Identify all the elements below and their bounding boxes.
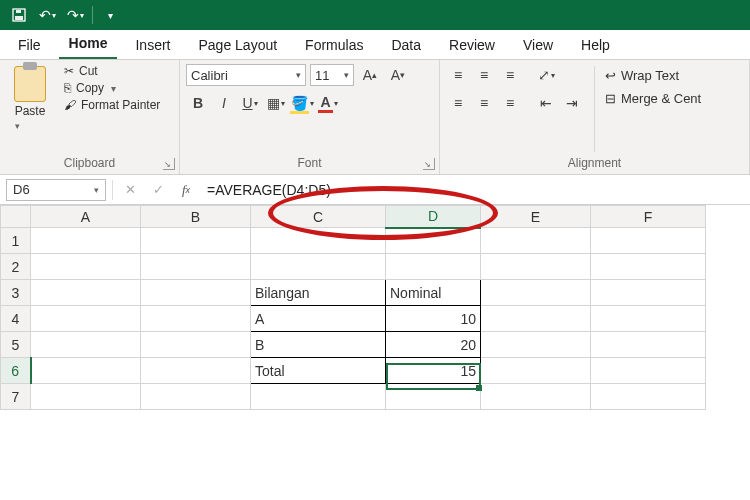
wrap-text-icon: ↩ xyxy=(605,68,616,83)
quick-access-toolbar: ↶▾ ↷▾ ▾ xyxy=(0,0,750,30)
ribbon-group-font: Calibri▾ 11▾ A▴ A▾ B I U▾ ▦▾ 🪣▾ A▾ Font xyxy=(180,60,440,174)
cut-icon: ✂ xyxy=(64,64,74,78)
cell-selected[interactable]: 15 xyxy=(386,358,481,384)
cell[interactable]: A xyxy=(251,306,386,332)
wrap-text-button[interactable]: ↩Wrap Text xyxy=(605,68,701,83)
ribbon-group-alignment: ≡ ≡ ≡ ⤢▾ ≡ ≡ ≡ ⇤ ⇥ ↩Wrap Text ⊟Mer xyxy=(440,60,750,174)
row-header[interactable]: 7 xyxy=(1,384,31,410)
svg-rect-2 xyxy=(16,10,21,13)
col-header[interactable]: A xyxy=(31,206,141,228)
worksheet[interactable]: A B C D E F 1 2 3BilanganNominal 4A10 5B… xyxy=(0,205,750,410)
font-name-combo[interactable]: Calibri▾ xyxy=(186,64,306,86)
format-painter-button[interactable]: 🖌Format Painter xyxy=(64,98,160,112)
underline-button[interactable]: U▾ xyxy=(238,92,262,114)
format-painter-icon: 🖌 xyxy=(64,98,76,112)
align-bottom-icon[interactable]: ≡ xyxy=(498,64,522,86)
cell[interactable]: B xyxy=(251,332,386,358)
col-header[interactable]: E xyxy=(481,206,591,228)
dialog-launcher-icon[interactable] xyxy=(423,158,435,170)
align-center-icon[interactable]: ≡ xyxy=(472,92,496,114)
cell[interactable]: Nominal xyxy=(386,280,481,306)
redo-icon[interactable]: ↷▾ xyxy=(62,2,88,28)
row-header[interactable]: 3 xyxy=(1,280,31,306)
fx-icon[interactable]: fx xyxy=(175,179,197,201)
formula-input[interactable] xyxy=(203,179,744,201)
row-header[interactable]: 1 xyxy=(1,228,31,254)
cancel-icon[interactable]: ✕ xyxy=(119,179,141,201)
borders-button[interactable]: ▦▾ xyxy=(264,92,288,114)
cell[interactable]: 20 xyxy=(386,332,481,358)
font-size-combo[interactable]: 11▾ xyxy=(310,64,354,86)
formula-bar: D6▾ ✕ ✓ fx xyxy=(0,175,750,205)
font-color-button[interactable]: A▾ xyxy=(316,92,340,114)
select-all-corner[interactable] xyxy=(1,206,31,228)
increase-indent-icon[interactable]: ⇥ xyxy=(560,92,584,114)
paste-icon[interactable] xyxy=(14,66,46,102)
tab-home[interactable]: Home xyxy=(59,29,118,59)
group-label-alignment: Alignment xyxy=(446,154,743,174)
tab-file[interactable]: File xyxy=(8,31,51,59)
tab-help[interactable]: Help xyxy=(571,31,620,59)
copy-button[interactable]: ⎘Copy▾ xyxy=(64,81,160,95)
align-top-icon[interactable]: ≡ xyxy=(446,64,470,86)
align-right-icon[interactable]: ≡ xyxy=(498,92,522,114)
row-header[interactable]: 6 xyxy=(1,358,31,384)
col-header[interactable]: F xyxy=(591,206,706,228)
fill-color-button[interactable]: 🪣▾ xyxy=(290,92,314,114)
bold-button[interactable]: B xyxy=(186,92,210,114)
save-icon[interactable] xyxy=(6,2,32,28)
tab-view[interactable]: View xyxy=(513,31,563,59)
tab-insert[interactable]: Insert xyxy=(125,31,180,59)
merge-center-button[interactable]: ⊟Merge & Cent xyxy=(605,91,701,106)
align-left-icon[interactable]: ≡ xyxy=(446,92,470,114)
separator xyxy=(92,6,93,24)
decrease-font-icon[interactable]: A▾ xyxy=(386,64,410,86)
align-middle-icon[interactable]: ≡ xyxy=(472,64,496,86)
ribbon-tabs: File Home Insert Page Layout Formulas Da… xyxy=(0,30,750,60)
decrease-indent-icon[interactable]: ⇤ xyxy=(534,92,558,114)
copy-icon: ⎘ xyxy=(64,81,71,95)
orientation-icon[interactable]: ⤢▾ xyxy=(534,64,558,86)
tab-review[interactable]: Review xyxy=(439,31,505,59)
row-header[interactable]: 2 xyxy=(1,254,31,280)
svg-rect-1 xyxy=(15,16,23,20)
row-header[interactable]: 5 xyxy=(1,332,31,358)
ribbon: Paste▾ ✂Cut ⎘Copy▾ 🖌Format Painter Clipb… xyxy=(0,60,750,175)
group-label-font: Font xyxy=(186,154,433,174)
customize-qat-icon[interactable]: ▾ xyxy=(97,2,123,28)
col-header[interactable]: B xyxy=(141,206,251,228)
tab-page-layout[interactable]: Page Layout xyxy=(188,31,287,59)
cell[interactable]: Bilangan xyxy=(251,280,386,306)
cell[interactable]: 10 xyxy=(386,306,481,332)
tab-formulas[interactable]: Formulas xyxy=(295,31,373,59)
enter-icon[interactable]: ✓ xyxy=(147,179,169,201)
cut-button[interactable]: ✂Cut xyxy=(64,64,160,78)
cell[interactable]: Total xyxy=(251,358,386,384)
col-header[interactable]: D xyxy=(386,206,481,228)
dialog-launcher-icon[interactable] xyxy=(163,158,175,170)
ribbon-group-clipboard: Paste▾ ✂Cut ⎘Copy▾ 🖌Format Painter Clipb… xyxy=(0,60,180,174)
merge-icon: ⊟ xyxy=(605,91,616,106)
name-box[interactable]: D6▾ xyxy=(6,179,106,201)
tab-data[interactable]: Data xyxy=(381,31,431,59)
italic-button[interactable]: I xyxy=(212,92,236,114)
col-header[interactable]: C xyxy=(251,206,386,228)
group-label-clipboard: Clipboard xyxy=(6,154,173,174)
undo-icon[interactable]: ↶▾ xyxy=(34,2,60,28)
increase-font-icon[interactable]: A▴ xyxy=(358,64,382,86)
row-header[interactable]: 4 xyxy=(1,306,31,332)
paste-button[interactable]: Paste▾ xyxy=(15,104,46,132)
